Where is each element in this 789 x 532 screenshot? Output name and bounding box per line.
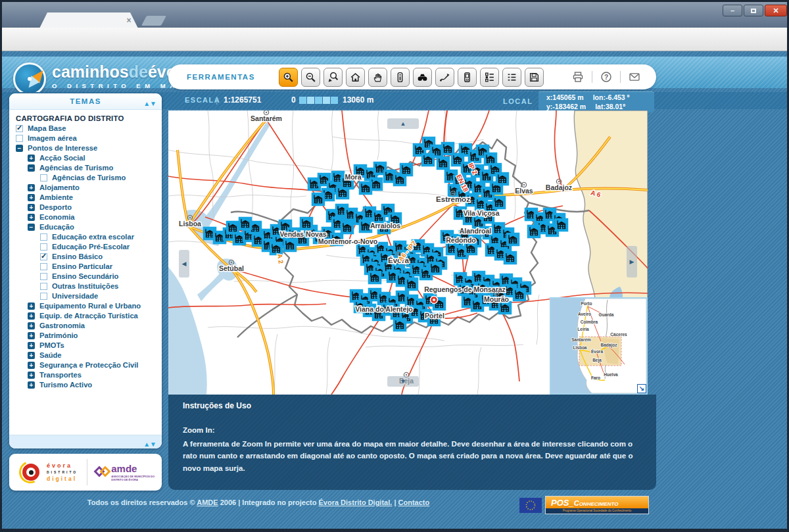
tree-item-educacao-extra-escolar[interactable]: Educação extra escolar — [16, 232, 159, 242]
scroll-down-icon[interactable]: ▼ — [150, 441, 156, 448]
tool-zoom-in-button[interactable] — [279, 68, 298, 87]
school-marker[interactable] — [239, 217, 252, 231]
tool-info-button[interactable] — [391, 68, 410, 87]
expand-icon[interactable]: + — [28, 184, 35, 191]
tool-measure-button[interactable] — [435, 68, 454, 87]
tree-item-agencias-de-turismo[interactable]: Agências de Turismo — [16, 173, 159, 183]
tree-item-patrimonio[interactable]: +Património — [16, 331, 159, 341]
pan-down-button[interactable]: ▼ — [387, 376, 419, 387]
checkbox-outras-instituicoes[interactable] — [40, 283, 47, 290]
expand-icon[interactable]: + — [28, 381, 35, 389]
school-marker[interactable] — [504, 251, 517, 265]
school-marker[interactable] — [283, 239, 297, 253]
school-marker[interactable] — [527, 225, 541, 239]
expand-icon[interactable]: + — [28, 332, 35, 339]
special-markers-layer[interactable] — [431, 297, 438, 304]
tree-item-mapa-base[interactable]: ✓Mapa Base — [16, 124, 159, 133]
collapse-icon[interactable]: − — [28, 224, 35, 231]
expand-icon[interactable]: + — [28, 322, 35, 329]
checkbox-ensino-secundario[interactable] — [40, 273, 47, 280]
new-tab-button[interactable] — [141, 16, 166, 26]
school-marker[interactable] — [496, 172, 510, 186]
print-button[interactable] — [571, 70, 585, 84]
tool-full-extent-button[interactable] — [346, 68, 365, 87]
school-marker[interactable] — [492, 196, 506, 210]
tree-item-educacao[interactable]: −Educação — [16, 222, 159, 232]
school-marker[interactable] — [513, 288, 527, 302]
tool-legend-button[interactable] — [480, 68, 499, 87]
tool-gps-button[interactable] — [458, 68, 477, 87]
tree-item-ensino-secundario[interactable]: Ensino Secundário — [16, 272, 159, 281]
tree-item-accao-social[interactable]: +Acção Social — [16, 153, 159, 163]
school-marker[interactable] — [555, 218, 569, 232]
overview-map[interactable]: PortoAveiroGuardaCoimbraLeiriaCáceresSan… — [550, 297, 648, 395]
expand-icon[interactable]: + — [28, 352, 35, 359]
contacto-link[interactable]: Contacto — [398, 498, 430, 506]
tool-find-button[interactable] — [413, 68, 432, 87]
expand-icon[interactable]: + — [28, 362, 35, 369]
tree-item-ambiente[interactable]: +Ambiente — [16, 193, 159, 203]
collapse-icon[interactable]: − — [28, 164, 35, 172]
tool-zoom-out-button[interactable] — [301, 68, 320, 87]
checkbox-universidade[interactable] — [40, 293, 47, 300]
tree-item-educacao-pre-escolar[interactable]: Educação Pré-Escolar — [16, 242, 159, 252]
tree-item-outras-instituicoes[interactable]: Outras Instituições — [16, 281, 159, 291]
school-marker[interactable] — [405, 278, 419, 291]
school-marker[interactable] — [368, 271, 382, 285]
checkbox-mapa-base-checked[interactable]: ✓ — [16, 125, 23, 132]
map-viewport[interactable]: SantarémLisboaSetúbalElvasBadajozMoraEst… — [168, 110, 648, 395]
scroll-down-icon[interactable]: ▼ — [150, 100, 156, 107]
tree-item-equipamento-rural-e-urbano[interactable]: +Equipamento Rural e Urbano — [16, 301, 159, 311]
mail-button[interactable] — [627, 70, 642, 84]
school-marker[interactable] — [437, 157, 450, 170]
school-marker[interactable] — [300, 217, 314, 231]
window-close-button[interactable]: ✕ — [765, 5, 787, 16]
expand-icon[interactable]: + — [28, 342, 35, 349]
pan-left-button[interactable]: ◀ — [179, 250, 189, 278]
tab-close-icon[interactable]: × — [124, 16, 133, 25]
checkbox-educacao-extra-escolar[interactable] — [40, 233, 47, 241]
tool-zoom-previous-button[interactable] — [323, 68, 343, 87]
tree-item-alojamento[interactable]: +Alojamento — [16, 183, 159, 193]
tool-pan-button[interactable] — [368, 68, 387, 87]
school-marker[interactable] — [400, 163, 414, 177]
help-button[interactable]: ? — [599, 70, 613, 84]
tree-item-equip-de-atraccao-turistica[interactable]: +Equip. de Atracção Turística — [16, 311, 159, 321]
expand-icon[interactable]: + — [28, 214, 35, 221]
school-marker[interactable] — [506, 233, 520, 247]
school-marker[interactable] — [312, 193, 325, 206]
tree-item-transportes[interactable]: +Transportes — [16, 370, 159, 380]
school-marker[interactable] — [421, 153, 435, 167]
tree-item-universidade[interactable]: Universidade — [16, 291, 159, 301]
collapse-icon[interactable]: − — [16, 145, 23, 152]
school-marker[interactable] — [393, 318, 407, 332]
expand-icon[interactable]: + — [28, 302, 35, 310]
tree-item-desporto[interactable]: +Desporto — [16, 203, 159, 212]
tool-save-button[interactable] — [525, 68, 544, 87]
checkbox-ensino-basico-checked[interactable]: ✓ — [40, 253, 47, 260]
school-marker[interactable] — [341, 221, 354, 235]
scroll-up-icon[interactable]: ▲ — [143, 100, 150, 107]
poi-marker[interactable] — [431, 297, 438, 304]
tree-item-economia[interactable]: +Economia — [16, 212, 159, 222]
pan-right-button[interactable]: ▶ — [627, 246, 637, 278]
tree-item-turismo-activo[interactable]: +Turismo Activo — [16, 380, 159, 390]
expand-icon[interactable]: + — [28, 194, 35, 201]
overview-resize-icon[interactable]: ↘ — [637, 384, 646, 393]
expand-icon[interactable]: + — [28, 204, 35, 211]
evora-distrito-digital-link[interactable]: Évora Distrito Digital. — [318, 498, 392, 506]
checkbox-educacao-pre-escolar[interactable] — [40, 243, 47, 251]
tree-item-agencias-de-turismo[interactable]: −Agências de Turismo — [16, 163, 159, 173]
tree-item-seguranca-e-proteccao-civil[interactable]: +Segurança e Protecção Civil — [16, 360, 159, 370]
pan-up-button[interactable]: ▲ — [387, 118, 419, 129]
tree-item-saude[interactable]: +Saúde — [16, 351, 159, 360]
school-marker[interactable] — [226, 221, 240, 235]
amde-link[interactable]: AMDE — [197, 498, 218, 506]
tree-item-imagem-aerea[interactable]: Imagem aérea — [16, 133, 159, 143]
scroll-up-icon[interactable]: ▲ — [143, 441, 150, 448]
school-marker[interactable] — [359, 181, 373, 195]
tree-item-ensino-basico[interactable]: ✓Ensino Básico — [16, 252, 159, 262]
checkbox-imagem-aerea[interactable] — [16, 135, 23, 142]
window-maximize-button[interactable] — [744, 5, 763, 16]
school-marker[interactable] — [429, 262, 442, 276]
